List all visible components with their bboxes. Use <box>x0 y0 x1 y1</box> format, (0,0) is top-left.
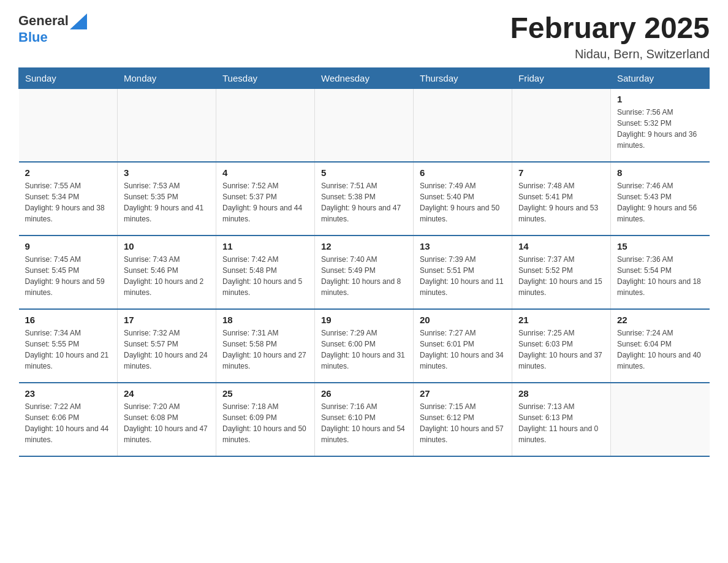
logo-blue-text: Blue <box>18 29 48 45</box>
logo-triangle-icon <box>70 13 87 29</box>
calendar-cell: 27Sunrise: 7:15 AM Sunset: 6:12 PM Dayli… <box>414 383 512 456</box>
day-info: Sunrise: 7:25 AM Sunset: 6:03 PM Dayligh… <box>518 327 604 372</box>
day-number: 17 <box>124 315 210 325</box>
day-info: Sunrise: 7:34 AM Sunset: 5:55 PM Dayligh… <box>25 327 112 372</box>
location-subtitle: Nidau, Bern, Switzerland <box>510 47 710 61</box>
calendar-table: SundayMondayTuesdayWednesdayThursdayFrid… <box>18 67 710 458</box>
calendar-cell: 16Sunrise: 7:34 AM Sunset: 5:55 PM Dayli… <box>19 309 118 383</box>
calendar-cell: 28Sunrise: 7:13 AM Sunset: 6:13 PM Dayli… <box>512 383 611 456</box>
day-number: 15 <box>617 241 703 251</box>
calendar-cell: 13Sunrise: 7:39 AM Sunset: 5:51 PM Dayli… <box>414 236 512 309</box>
calendar-cell: 7Sunrise: 7:48 AM Sunset: 5:41 PM Daylig… <box>512 162 611 236</box>
day-info: Sunrise: 7:32 AM Sunset: 5:57 PM Dayligh… <box>124 327 210 372</box>
day-number: 18 <box>222 315 308 325</box>
calendar-cell: 22Sunrise: 7:24 AM Sunset: 6:04 PM Dayli… <box>611 309 710 383</box>
calendar-cell: 26Sunrise: 7:16 AM Sunset: 6:10 PM Dayli… <box>315 383 414 456</box>
calendar-cell: 4Sunrise: 7:52 AM Sunset: 5:37 PM Daylig… <box>216 162 315 236</box>
calendar-cell: 23Sunrise: 7:22 AM Sunset: 6:06 PM Dayli… <box>19 383 118 456</box>
day-number: 4 <box>222 167 308 178</box>
day-info: Sunrise: 7:16 AM Sunset: 6:10 PM Dayligh… <box>321 401 407 445</box>
weekday-header-saturday: Saturday <box>611 67 710 88</box>
weekday-header-tuesday: Tuesday <box>216 67 315 88</box>
page-header: General Blue February 2025 Nidau, Bern, … <box>18 12 710 61</box>
day-number: 22 <box>617 315 703 325</box>
day-number: 20 <box>420 315 506 325</box>
calendar-cell: 9Sunrise: 7:45 AM Sunset: 5:45 PM Daylig… <box>19 236 118 309</box>
calendar-week-row: 9Sunrise: 7:45 AM Sunset: 5:45 PM Daylig… <box>19 236 710 309</box>
calendar-cell <box>611 383 710 456</box>
logo-general-text: General <box>18 13 69 29</box>
calendar-week-row: 1Sunrise: 7:56 AM Sunset: 5:32 PM Daylig… <box>19 88 710 162</box>
day-number: 10 <box>124 241 210 251</box>
day-info: Sunrise: 7:53 AM Sunset: 5:35 PM Dayligh… <box>124 180 210 224</box>
day-number: 1 <box>617 94 703 104</box>
day-number: 12 <box>321 241 407 251</box>
calendar-cell: 20Sunrise: 7:27 AM Sunset: 6:01 PM Dayli… <box>414 309 512 383</box>
day-number: 13 <box>420 241 506 251</box>
calendar-week-row: 23Sunrise: 7:22 AM Sunset: 6:06 PM Dayli… <box>19 383 710 456</box>
day-info: Sunrise: 7:15 AM Sunset: 6:12 PM Dayligh… <box>420 401 506 445</box>
calendar-cell <box>414 88 512 162</box>
day-info: Sunrise: 7:39 AM Sunset: 5:51 PM Dayligh… <box>420 254 506 298</box>
day-number: 7 <box>518 167 604 178</box>
day-number: 25 <box>222 388 308 399</box>
day-info: Sunrise: 7:18 AM Sunset: 6:09 PM Dayligh… <box>222 401 308 445</box>
calendar-cell: 6Sunrise: 7:49 AM Sunset: 5:40 PM Daylig… <box>414 162 512 236</box>
day-info: Sunrise: 7:22 AM Sunset: 6:06 PM Dayligh… <box>25 401 112 445</box>
calendar-week-row: 16Sunrise: 7:34 AM Sunset: 5:55 PM Dayli… <box>19 309 710 383</box>
calendar-cell: 1Sunrise: 7:56 AM Sunset: 5:32 PM Daylig… <box>611 88 710 162</box>
day-number: 14 <box>518 241 604 251</box>
day-number: 9 <box>25 241 112 251</box>
calendar-header: SundayMondayTuesdayWednesdayThursdayFrid… <box>19 67 710 88</box>
day-info: Sunrise: 7:56 AM Sunset: 5:32 PM Dayligh… <box>617 107 703 151</box>
day-info: Sunrise: 7:31 AM Sunset: 5:58 PM Dayligh… <box>222 327 308 372</box>
day-number: 8 <box>617 167 703 178</box>
day-number: 16 <box>25 315 112 325</box>
day-number: 3 <box>124 167 210 178</box>
day-number: 28 <box>518 388 604 399</box>
day-info: Sunrise: 7:48 AM Sunset: 5:41 PM Dayligh… <box>518 180 604 224</box>
calendar-cell <box>118 88 216 162</box>
day-info: Sunrise: 7:40 AM Sunset: 5:49 PM Dayligh… <box>321 254 407 298</box>
day-info: Sunrise: 7:43 AM Sunset: 5:46 PM Dayligh… <box>124 254 210 298</box>
day-number: 5 <box>321 167 407 178</box>
weekday-header-thursday: Thursday <box>414 67 512 88</box>
day-info: Sunrise: 7:49 AM Sunset: 5:40 PM Dayligh… <box>420 180 506 224</box>
calendar-cell: 25Sunrise: 7:18 AM Sunset: 6:09 PM Dayli… <box>216 383 315 456</box>
calendar-cell <box>216 88 315 162</box>
calendar-cell: 18Sunrise: 7:31 AM Sunset: 5:58 PM Dayli… <box>216 309 315 383</box>
day-number: 21 <box>518 315 604 325</box>
day-info: Sunrise: 7:36 AM Sunset: 5:54 PM Dayligh… <box>617 254 703 298</box>
day-info: Sunrise: 7:46 AM Sunset: 5:43 PM Dayligh… <box>617 180 703 224</box>
day-number: 27 <box>420 388 506 399</box>
calendar-cell: 21Sunrise: 7:25 AM Sunset: 6:03 PM Dayli… <box>512 309 611 383</box>
day-info: Sunrise: 7:45 AM Sunset: 5:45 PM Dayligh… <box>25 254 112 298</box>
weekday-header-row: SundayMondayTuesdayWednesdayThursdayFrid… <box>19 67 710 88</box>
title-section: February 2025 Nidau, Bern, Switzerland <box>510 12 710 61</box>
day-info: Sunrise: 7:27 AM Sunset: 6:01 PM Dayligh… <box>420 327 506 372</box>
day-number: 11 <box>222 241 308 251</box>
calendar-cell: 14Sunrise: 7:37 AM Sunset: 5:52 PM Dayli… <box>512 236 611 309</box>
calendar-cell <box>19 88 118 162</box>
calendar-cell: 19Sunrise: 7:29 AM Sunset: 6:00 PM Dayli… <box>315 309 414 383</box>
day-info: Sunrise: 7:52 AM Sunset: 5:37 PM Dayligh… <box>222 180 308 224</box>
day-info: Sunrise: 7:42 AM Sunset: 5:48 PM Dayligh… <box>222 254 308 298</box>
day-number: 26 <box>321 388 407 399</box>
calendar-body: 1Sunrise: 7:56 AM Sunset: 5:32 PM Daylig… <box>19 88 710 456</box>
day-number: 23 <box>25 388 112 399</box>
month-title: February 2025 <box>510 12 710 45</box>
day-info: Sunrise: 7:51 AM Sunset: 5:38 PM Dayligh… <box>321 180 407 224</box>
day-info: Sunrise: 7:13 AM Sunset: 6:13 PM Dayligh… <box>518 401 604 445</box>
calendar-cell: 11Sunrise: 7:42 AM Sunset: 5:48 PM Dayli… <box>216 236 315 309</box>
day-number: 6 <box>420 167 506 178</box>
calendar-cell: 15Sunrise: 7:36 AM Sunset: 5:54 PM Dayli… <box>611 236 710 309</box>
calendar-cell: 12Sunrise: 7:40 AM Sunset: 5:49 PM Dayli… <box>315 236 414 309</box>
day-info: Sunrise: 7:37 AM Sunset: 5:52 PM Dayligh… <box>518 254 604 298</box>
calendar-cell: 5Sunrise: 7:51 AM Sunset: 5:38 PM Daylig… <box>315 162 414 236</box>
calendar-cell: 2Sunrise: 7:55 AM Sunset: 5:34 PM Daylig… <box>19 162 118 236</box>
calendar-cell <box>512 88 611 162</box>
day-number: 19 <box>321 315 407 325</box>
calendar-cell: 3Sunrise: 7:53 AM Sunset: 5:35 PM Daylig… <box>118 162 216 236</box>
day-info: Sunrise: 7:20 AM Sunset: 6:08 PM Dayligh… <box>124 401 210 445</box>
calendar-cell: 17Sunrise: 7:32 AM Sunset: 5:57 PM Dayli… <box>118 309 216 383</box>
